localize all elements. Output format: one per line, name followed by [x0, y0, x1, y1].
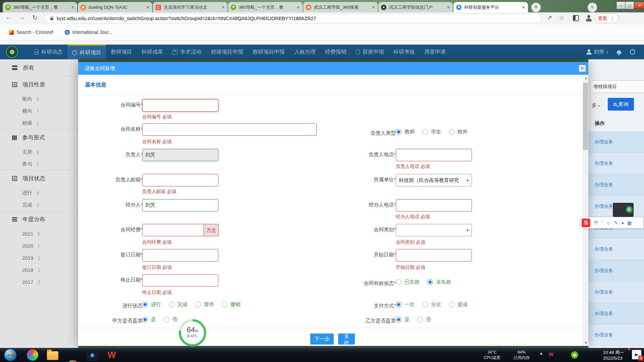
tray-media-player-icon[interactable]: ▶ 5: [632, 350, 641, 359]
scrollbar-thumb[interactable]: [583, 83, 588, 150]
sidebar-item-horizontal[interactable]: 横向 7: [0, 105, 78, 117]
sidebar-item-school-level[interactable]: 校级 1: [0, 117, 78, 129]
nav-item-news[interactable]: 科研动态: [30, 45, 67, 59]
nav-item-projects-active[interactable]: 科研项目: [67, 45, 106, 59]
sidebar-item-2019[interactable]: 2019 1: [0, 252, 78, 264]
handle-business-link[interactable]: 办理业务: [594, 203, 613, 209]
contract-no-input[interactable]: [142, 99, 218, 112]
sidebar-item-2021[interactable]: 2021 6: [0, 228, 78, 240]
radio-effective[interactable]: [396, 279, 401, 285]
nav-item-achievements[interactable]: 科研成果: [137, 45, 168, 59]
browser-tab[interactable]: 360导航_一个主页，整 ✕: [228, 2, 303, 12]
sidebar-item-ongoing[interactable]: 进行 9: [0, 187, 78, 199]
sidebar-item-host[interactable]: 主持 9: [0, 146, 78, 158]
handle-business-link[interactable]: 办理业务: [594, 268, 613, 274]
nav-item-reimburse[interactable]: 经费报销: [320, 45, 351, 59]
sidebar-item-finished[interactable]: 完成 2: [0, 199, 78, 211]
tab-close-icon[interactable]: ✕: [221, 5, 225, 10]
sidebar-group-nature[interactable]: 项目性质: [0, 76, 78, 93]
sidebar-item-2020[interactable]: 2020 1: [0, 240, 78, 252]
next-step-button[interactable]: 下一步: [310, 334, 334, 345]
scroll-down-icon[interactable]: ▼: [584, 341, 588, 345]
handle-business-link[interactable]: 办理业务: [594, 246, 613, 252]
user-menu[interactable]: 刘芳 v: [586, 49, 608, 56]
sidebar-group-status[interactable]: 项目状态: [0, 170, 78, 187]
handle-business-link[interactable]: 办理业务: [594, 289, 613, 295]
chrome-update-button[interactable]: 更新 ⋮: [594, 13, 619, 23]
nav-item-school-apply[interactable]: 校级项目申报: [206, 45, 248, 59]
memory-indicator[interactable]: 64%已用内存: [507, 350, 536, 360]
screenshot-tool-widget[interactable]: ⋮⋮⋮⋮⋮ S: [613, 203, 634, 217]
reload-icon[interactable]: ↻: [32, 14, 38, 21]
radio-finished[interactable]: [169, 302, 174, 307]
back-icon[interactable]: ←: [5, 14, 12, 21]
radio-party-a-yes[interactable]: [142, 317, 148, 322]
ime-language-mode[interactable]: 中: [594, 220, 598, 226]
close-window-button[interactable]: ✕: [634, 2, 644, 9]
dialog-scrollbar[interactable]: ▲ ▼: [583, 75, 588, 346]
profile-avatar-icon[interactable]: [585, 15, 593, 22]
tab-close-icon[interactable]: ✕: [146, 5, 150, 10]
handle-business-link[interactable]: 办理业务: [594, 161, 613, 167]
tab-close-icon[interactable]: ✕: [522, 5, 525, 10]
handle-business-link[interactable]: 办理业务: [594, 182, 613, 188]
cpu-temp-indicator[interactable]: 34°CCPU温度: [479, 350, 505, 360]
tab-close-icon[interactable]: ✕: [297, 5, 300, 10]
new-tab-button[interactable]: +: [531, 3, 541, 12]
sign-date-input[interactable]: [142, 249, 218, 261]
forward-icon[interactable]: →: [19, 14, 25, 21]
start-date-input[interactable]: [396, 249, 472, 261]
ime-punctuation-icon[interactable]: ': [602, 220, 603, 226]
end-date-input[interactable]: [142, 274, 218, 287]
nav-item-teaching-projects[interactable]: 教研项目: [106, 45, 137, 59]
handle-business-link[interactable]: 办理业务: [594, 139, 613, 145]
radio-not-effective[interactable]: [427, 279, 433, 285]
power-logout-icon[interactable]: [630, 49, 635, 55]
taskbar-wps[interactable]: W: [106, 349, 117, 361]
add-school-project-button[interactable]: 增校级项目: [590, 80, 644, 93]
ime-keyboard-icon[interactable]: ▦: [627, 220, 632, 226]
taskbar-clock[interactable]: 10:46 周一2022/5/23: [603, 350, 624, 361]
tab-close-icon[interactable]: ✕: [372, 5, 375, 10]
funds-input[interactable]: [142, 224, 204, 236]
address-bar[interactable]: kyxt.wtbu.edu.cn/userAction!do_switchGro…: [45, 14, 542, 23]
agent-input[interactable]: [142, 199, 218, 212]
tab-close-icon[interactable]: ✕: [71, 5, 74, 10]
sidebar-item-vertical[interactable]: 纵向 3: [0, 93, 78, 105]
temperature-gauge-widget[interactable]: 64% 43°C: [179, 319, 206, 347]
taskbar-explorer[interactable]: [47, 351, 58, 360]
more-dropdown-partial[interactable]: 多 v: [592, 102, 600, 109]
unit-select[interactable]: 科技部（民办高等教育研究 ▼: [396, 174, 472, 186]
sogou-ime-toolbar[interactable]: S 中 ' ☺ ✎ ♦ ▦: [580, 217, 643, 228]
leader-email-input[interactable]: [142, 174, 218, 186]
minimize-button[interactable]: —: [616, 2, 625, 9]
radio-installments[interactable]: [422, 302, 428, 307]
contract-name-input[interactable]: [142, 123, 317, 136]
browser-tab[interactable]: 武汉工商学院_360搜索 ✕: [303, 2, 378, 12]
taskbar-app-messenger[interactable]: [27, 349, 38, 361]
tray-360-icon[interactable]: [571, 351, 578, 359]
sidebar-item-all[interactable]: 所有: [0, 59, 78, 76]
dialog-close-button[interactable]: ✕: [579, 65, 586, 72]
tab-search-chevron-icon[interactable]: v: [588, 3, 597, 12]
taskbar-app-dark[interactable]: ◉: [87, 349, 98, 361]
sidebar-group-years[interactable]: 年度分布: [0, 211, 78, 228]
leader-phone-input[interactable]: [396, 149, 472, 161]
tray-expand-icon[interactable]: ▲: [539, 351, 543, 355]
ssl-lock-icon[interactable]: [50, 18, 53, 20]
bookmark-item[interactable]: International Jour...: [65, 29, 112, 35]
scroll-up-icon[interactable]: ▲: [584, 76, 588, 80]
nav-item-seal[interactable]: 用章申请: [420, 45, 450, 59]
handle-business-link[interactable]: 办理业务: [594, 311, 613, 317]
radio-party-b-no[interactable]: [417, 317, 423, 322]
dialog-close-footer-button[interactable]: 关闭: [338, 334, 355, 345]
radio-commission[interactable]: [449, 302, 454, 307]
browser-tab[interactable]: 360导航_一个主页，整 ✕: [3, 2, 77, 12]
browser-tab[interactable]: C 主流强化学习算法论文 ✕: [153, 2, 227, 12]
radio-paused[interactable]: [195, 302, 201, 307]
radio-cancelled[interactable]: [222, 302, 227, 307]
browser-tab[interactable]: dueling DQN 与A3C ✕: [78, 2, 152, 12]
sidebar-item-2018[interactable]: 2018 1: [0, 264, 78, 276]
radio-party-b-yes[interactable]: [396, 317, 401, 322]
nav-item-awards[interactable]: 获奖申报: [351, 45, 389, 59]
